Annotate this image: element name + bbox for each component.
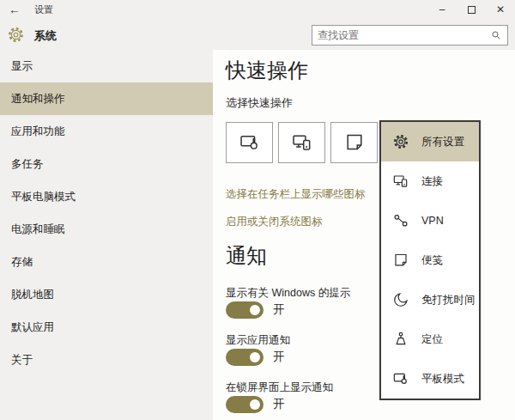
flyout-item-all-settings[interactable]: 所有设置 <box>381 122 479 161</box>
flyout-item-label: 平板模式 <box>421 372 464 387</box>
sidebar-item-default-apps[interactable]: 默认应用 <box>0 311 213 344</box>
sidebar-item-label: 平板电脑模式 <box>11 190 76 204</box>
flyout-item-vpn[interactable]: VPN <box>381 201 479 240</box>
app-notifications-toggle[interactable] <box>226 349 264 366</box>
maximize-icon <box>468 6 476 14</box>
sidebar: 显示 通知和操作 应用和功能 多任务 平板电脑模式 电源和睡眠 存储 脱机地图 … <box>0 50 213 420</box>
close-icon: ✕ <box>496 3 505 15</box>
minimize-icon: – <box>439 3 445 15</box>
sidebar-item-multitasking[interactable]: 多任务 <box>0 148 213 180</box>
sidebar-item-notifications-actions[interactable]: 通知和操作 <box>0 82 213 115</box>
titlebar: ← 设置 – ✕ <box>0 0 515 19</box>
sidebar-item-label: 存储 <box>11 255 33 270</box>
toggle-row-lockscreen-notifications: 开 <box>226 396 285 413</box>
window-title: 设置 <box>34 3 53 16</box>
sidebar-item-apps-features[interactable]: 应用和功能 <box>0 115 213 148</box>
sidebar-item-storage[interactable]: 存储 <box>0 246 213 278</box>
toggle-row-windows-tips: 开 <box>226 301 285 319</box>
settings-gear-icon <box>7 26 25 44</box>
system-icons-link[interactable]: 启用或关闭系统图标 <box>226 215 323 229</box>
flyout-item-label: 定位 <box>421 332 443 347</box>
maximize-button[interactable] <box>457 0 486 19</box>
back-arrow-icon: ← <box>9 3 21 16</box>
toggle-state-label: 开 <box>273 302 285 318</box>
lockscreen-notifications-toggle[interactable] <box>226 396 264 413</box>
sidebar-item-label: 脱机地图 <box>11 288 54 302</box>
sidebar-item-tablet-mode[interactable]: 平板电脑模式 <box>0 180 213 213</box>
toggle-label-app-notifications: 显示应用通知 <box>226 333 290 348</box>
sidebar-item-label: 关于 <box>11 353 33 368</box>
tablet-mode-icon <box>392 370 409 387</box>
quick-actions-subtitle: 选择快速操作 <box>226 95 293 111</box>
flyout-item-tablet-mode[interactable]: 平板模式 <box>381 359 479 399</box>
minimize-button[interactable]: – <box>427 0 457 19</box>
page-title: 系统 <box>34 28 57 44</box>
flyout-item-label: 便笺 <box>421 253 443 268</box>
quick-action-connect-button[interactable] <box>278 122 325 163</box>
sidebar-item-label: 显示 <box>11 59 33 74</box>
vpn-icon <box>392 212 409 229</box>
sidebar-item-label: 电源和睡眠 <box>11 222 65 237</box>
close-button[interactable]: ✕ <box>486 0 515 19</box>
toggle-state-label: 开 <box>273 350 285 365</box>
sidebar-item-display[interactable]: 显示 <box>0 50 213 82</box>
gear-icon <box>392 133 409 150</box>
quick-actions-buttons <box>226 122 378 163</box>
sidebar-item-label: 多任务 <box>11 157 44 172</box>
back-button[interactable]: ← <box>0 3 29 16</box>
connect-icon <box>291 131 313 154</box>
quick-actions-title: 快速操作 <box>226 57 308 84</box>
note-icon <box>392 252 409 269</box>
toggle-knob <box>250 305 260 315</box>
quick-action-note-button[interactable] <box>330 122 378 163</box>
tablet-mode-icon <box>239 131 261 154</box>
quick-action-tablet-mode-button[interactable] <box>226 122 273 163</box>
moon-icon <box>392 291 409 308</box>
quick-action-picker-flyout: 所有设置 连接 VPN 便笺 免打扰时间 定位 平板模式 <box>379 120 481 400</box>
toggle-row-app-notifications: 开 <box>226 349 285 366</box>
location-icon <box>392 331 409 348</box>
flyout-item-connect[interactable]: 连接 <box>381 161 479 201</box>
toggle-knob <box>250 352 260 362</box>
sidebar-item-label: 应用和功能 <box>11 125 65 139</box>
windows-tips-toggle[interactable] <box>226 301 264 319</box>
search-icon[interactable] <box>490 29 502 41</box>
flyout-item-note[interactable]: 便笺 <box>381 240 479 280</box>
toggle-state-label: 开 <box>273 397 285 412</box>
flyout-item-label: 免打扰时间 <box>421 293 476 307</box>
sidebar-item-label: 通知和操作 <box>11 92 65 107</box>
search-box[interactable] <box>312 25 508 46</box>
toggle-label-windows-tips: 显示有关 Windows 的提示 <box>226 286 350 301</box>
sidebar-item-offline-maps[interactable]: 脱机地图 <box>0 278 213 311</box>
sidebar-item-about[interactable]: 关于 <box>0 344 213 376</box>
flyout-item-location[interactable]: 定位 <box>381 320 479 359</box>
taskbar-icons-link[interactable]: 选择在任务栏上显示哪些图标 <box>226 187 366 202</box>
flyout-item-label: 所有设置 <box>421 135 464 149</box>
flyout-item-label: 连接 <box>421 174 443 189</box>
notifications-title: 通知 <box>226 242 267 270</box>
connect-icon <box>392 173 409 190</box>
note-icon <box>343 131 366 154</box>
window-controls: – ✕ <box>427 0 515 19</box>
flyout-item-label: VPN <box>421 215 444 227</box>
toggle-knob <box>250 399 260 410</box>
sidebar-item-power-sleep[interactable]: 电源和睡眠 <box>0 213 213 246</box>
flyout-item-quiet-hours[interactable]: 免打扰时间 <box>381 280 479 320</box>
sidebar-item-label: 默认应用 <box>11 320 54 335</box>
toggle-label-lockscreen-notifications: 在锁屏界面上显示通知 <box>226 380 333 395</box>
search-input[interactable] <box>312 29 490 41</box>
